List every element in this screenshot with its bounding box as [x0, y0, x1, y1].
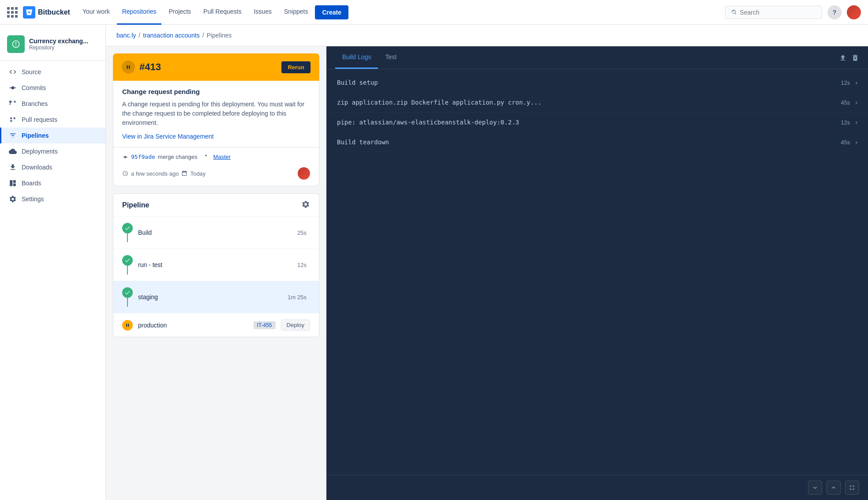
step-success-icon-run-test: [122, 255, 133, 266]
log-entry-build-setup[interactable]: Build setup 12s ›: [326, 73, 868, 93]
commits-icon: [8, 83, 17, 92]
boards-icon: [8, 179, 17, 188]
bitbucket-logo-icon: [23, 6, 35, 19]
pipeline-step-production[interactable]: production IT-455 Deploy: [113, 313, 319, 337]
search-input[interactable]: [740, 9, 816, 16]
right-panel-actions: [839, 54, 859, 62]
step-connector-line: [127, 233, 128, 242]
sidebar-item-branches[interactable]: Branches: [0, 96, 105, 112]
deploy-button[interactable]: Deploy: [281, 320, 310, 331]
step-name-run-test: run - test: [138, 261, 292, 268]
tab-test[interactable]: Test: [378, 46, 404, 69]
pause-icon: [122, 60, 135, 74]
change-request-description: A change request is pending for this dep…: [122, 100, 310, 128]
step-name-build: Build: [138, 229, 292, 236]
search-box[interactable]: [725, 6, 822, 19]
commit-branch[interactable]: Master: [213, 154, 231, 160]
scroll-down-button[interactable]: [808, 481, 822, 495]
nav-issues[interactable]: Issues: [248, 0, 277, 25]
breadcrumb-org[interactable]: banc.ly: [116, 32, 136, 39]
apps-grid-icon[interactable]: [7, 7, 18, 18]
step-ticket-production[interactable]: IT-455: [254, 321, 276, 329]
sidebar-label-pull-requests: Pull requests: [22, 116, 57, 123]
log-entry-right-3: 45s ›: [841, 139, 857, 146]
pipeline-header-left: #413: [122, 60, 161, 74]
sidebar-item-source[interactable]: Source: [0, 64, 105, 80]
commit-date: Today: [190, 170, 206, 177]
log-entry-right-2: 12s ›: [841, 119, 857, 126]
pipeline-steps-title: Pipeline: [122, 201, 149, 209]
rerun-button[interactable]: Rerun: [281, 61, 311, 73]
nav-repositories[interactable]: Repositories: [117, 0, 162, 25]
sidebar-label-settings: Settings: [22, 195, 44, 203]
log-name-zip: zip application.zip Dockerfile applicati…: [337, 99, 542, 106]
log-name-teardown: Build teardown: [337, 139, 389, 146]
delete-icon-button[interactable]: [851, 54, 859, 62]
sidebar-item-pipelines[interactable]: Pipelines: [0, 128, 105, 143]
step-duration-build: 25s: [297, 229, 307, 236]
jira-link[interactable]: View in Jira Service Management: [122, 133, 214, 140]
app-body: Currency exchang... Repository Source Co…: [0, 25, 868, 500]
step-success-icon-staging: [122, 287, 133, 298]
pull-requests-icon: [8, 115, 17, 124]
clock-icon: [122, 170, 128, 177]
avatar[interactable]: [847, 5, 861, 19]
calendar-icon: [181, 170, 187, 177]
pipeline-step-run-test[interactable]: run - test 12s: [113, 249, 319, 281]
step-success-icon-build: [122, 223, 133, 233]
help-button[interactable]: ?: [827, 5, 842, 19]
nav-snippets[interactable]: Snippets: [279, 0, 313, 25]
topnav: Bitbucket Your work Repositories Project…: [0, 0, 868, 25]
log-duration-2: 12s: [841, 119, 850, 126]
sidebar-item-boards[interactable]: Boards: [0, 175, 105, 191]
logo-link[interactable]: Bitbucket: [23, 6, 70, 19]
repo-type: Repository: [29, 45, 88, 51]
topnav-nav: Your work Repositories Projects Pull Req…: [77, 0, 722, 25]
nav-projects[interactable]: Projects: [163, 0, 196, 25]
commit-hash[interactable]: 95f9ade: [131, 154, 155, 160]
pipeline-steps-card: Pipeline Build: [113, 193, 319, 337]
left-panel: #413 Rerun Change request pending A chan…: [106, 46, 326, 500]
pipelines-icon: [8, 131, 17, 140]
log-entry-pipe[interactable]: pipe: atlassian/aws-elasticbeanstalk-dep…: [326, 113, 868, 132]
topnav-right: ?: [725, 5, 861, 19]
pipeline-step-build[interactable]: Build 25s: [113, 217, 319, 249]
nav-pull-requests[interactable]: Pull Requests: [198, 0, 247, 25]
step-name-production: production: [138, 322, 248, 329]
sidebar-item-settings[interactable]: Settings: [0, 191, 105, 207]
right-panel-bottom: [326, 475, 868, 500]
pipeline-steps-header: Pipeline: [113, 194, 319, 217]
nav-your-work[interactable]: Your work: [77, 0, 115, 25]
scroll-up-button[interactable]: [827, 481, 841, 495]
commit-time: a few seconds ago: [131, 170, 179, 177]
right-panel-tabs: Build Logs Test: [326, 46, 868, 69]
pipeline-number: #413: [139, 61, 161, 73]
sidebar-item-pull-requests[interactable]: Pull requests: [0, 112, 105, 128]
sidebar-label-downloads: Downloads: [22, 164, 52, 171]
sidebar-repo: Currency exchang... Repository: [0, 32, 105, 60]
log-entry-zip[interactable]: zip application.zip Dockerfile applicati…: [326, 93, 868, 113]
upload-icon-button[interactable]: [839, 54, 847, 62]
logo-text: Bitbucket: [38, 8, 70, 16]
sidebar-item-downloads[interactable]: Downloads: [0, 159, 105, 175]
log-duration-1: 45s: [841, 99, 850, 106]
sidebar-item-deployments[interactable]: Deployments: [0, 143, 105, 159]
log-entry-right-0: 12s ›: [841, 79, 857, 86]
commit-info: 95f9ade merge changes Master a few secon…: [113, 147, 319, 186]
pipeline-step-staging[interactable]: staging 1m 25s: [113, 281, 319, 313]
breadcrumb-repo[interactable]: transaction accounts: [143, 32, 199, 39]
right-panel-tabs-left: Build Logs Test: [335, 46, 404, 69]
log-duration-0: 12s: [841, 79, 850, 86]
breadcrumb: banc.ly / transaction accounts / Pipelin…: [106, 25, 868, 46]
log-name-pipe: pipe: atlassian/aws-elasticbeanstalk-dep…: [337, 119, 519, 126]
source-icon: [8, 68, 17, 76]
sidebar-item-commits[interactable]: Commits: [0, 80, 105, 96]
change-request-card: Change request pending A change request …: [113, 81, 319, 147]
log-duration-3: 45s: [841, 139, 850, 146]
create-button[interactable]: Create: [315, 5, 348, 19]
log-entry-teardown[interactable]: Build teardown 45s ›: [326, 132, 868, 152]
tab-build-logs[interactable]: Build Logs: [335, 46, 378, 69]
gear-icon[interactable]: [301, 200, 310, 210]
step-connector-line-3: [127, 298, 128, 307]
expand-button[interactable]: [845, 481, 859, 495]
